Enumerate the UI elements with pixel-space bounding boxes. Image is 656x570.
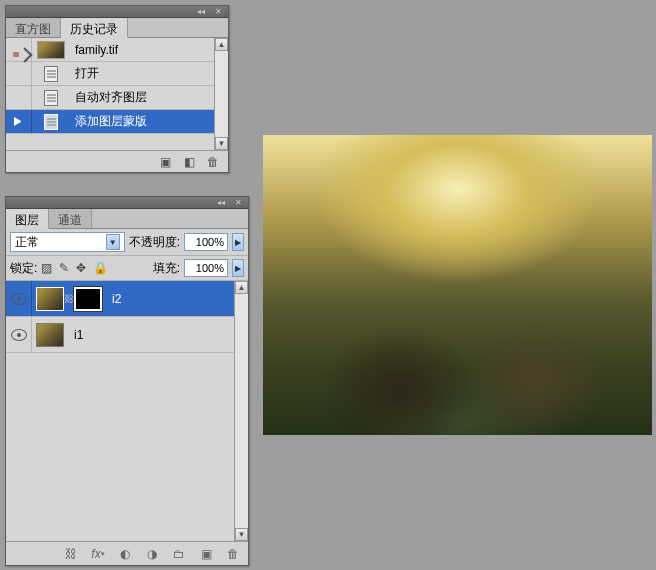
layers-tabs: 图层 通道 [6, 209, 248, 229]
step-icon [32, 86, 70, 109]
chevron-down-icon: ▼ [106, 234, 120, 250]
opacity-label: 不透明度: [129, 234, 180, 251]
history-snapshot-row[interactable]: family.tif [6, 38, 228, 62]
step-label: 自动对齐图层 [70, 89, 228, 106]
collapse-icon[interactable]: ◂◂ [194, 7, 208, 16]
layer-name[interactable]: i1 [68, 328, 83, 342]
step-icon [32, 62, 70, 85]
mask-link-icon[interactable]: ⛓ [65, 289, 73, 309]
fill-input[interactable]: 100% [184, 259, 228, 277]
history-body: family.tif 打开 自动对齐图层 添加图层蒙版 ▲ ▼ [6, 38, 228, 150]
step-label: 打开 [70, 65, 228, 82]
tab-history[interactable]: 历史记录 [61, 18, 128, 38]
history-source-marker[interactable] [6, 38, 32, 61]
current-step-marker[interactable] [6, 110, 32, 133]
lock-position-icon[interactable]: ✥ [76, 261, 86, 275]
history-step[interactable]: 自动对齐图层 [6, 86, 228, 110]
scroll-up-icon[interactable]: ▲ [215, 38, 228, 51]
link-layers-icon[interactable]: ⛓ [64, 547, 78, 561]
tab-histogram[interactable]: 直方图 [6, 18, 61, 37]
scroll-down-icon[interactable]: ▼ [215, 137, 228, 150]
history-step[interactable]: 打开 [6, 62, 228, 86]
history-tabs: 直方图 历史记录 [6, 18, 228, 38]
lock-buttons: ▨ ✎ ✥ 🔒 [41, 261, 108, 275]
canvas-image[interactable] [263, 135, 652, 435]
scroll-down-icon[interactable]: ▼ [235, 528, 248, 541]
layers-scrollbar[interactable]: ▲ ▼ [234, 281, 248, 541]
lock-label: 锁定: [10, 260, 37, 277]
new-snapshot-icon[interactable]: ◧ [182, 155, 196, 169]
lock-fill-row: 锁定: ▨ ✎ ✥ 🔒 填充: 100% ▶ [6, 256, 248, 281]
history-footer: ▣ ◧ 🗑 [6, 150, 228, 172]
tab-channels[interactable]: 通道 [49, 209, 92, 228]
fill-label: 填充: [153, 260, 180, 277]
snapshot-name: family.tif [70, 43, 228, 57]
history-panel: ◂◂ ✕ 直方图 历史记录 family.tif 打开 自动对齐图层 添加图层蒙… [5, 5, 229, 173]
fill-flyout-icon[interactable]: ▶ [232, 259, 244, 277]
eye-icon [11, 293, 27, 305]
delete-layer-icon[interactable]: 🗑 [226, 547, 240, 561]
history-source-col[interactable] [6, 86, 32, 109]
scroll-up-icon[interactable]: ▲ [235, 281, 248, 294]
step-label: 添加图层蒙版 [70, 113, 228, 130]
layer-thumbnail[interactable] [36, 287, 64, 311]
blend-mode-value: 正常 [15, 234, 39, 251]
panel-titlebar: ◂◂ ✕ [6, 197, 248, 209]
layer-row[interactable]: ⛓ i2 [6, 281, 248, 317]
blend-opacity-row: 正常 ▼ 不透明度: 100% ▶ [6, 229, 248, 256]
delete-icon[interactable]: 🗑 [206, 155, 220, 169]
layer-thumbnail[interactable] [36, 323, 64, 347]
history-source-col[interactable] [6, 62, 32, 85]
blend-mode-dropdown[interactable]: 正常 ▼ [10, 232, 125, 252]
close-icon[interactable]: ✕ [231, 198, 245, 207]
opacity-flyout-icon[interactable]: ▶ [232, 233, 244, 251]
visibility-toggle[interactable] [6, 281, 32, 316]
layer-thumbs: ⛓ [32, 287, 106, 311]
layer-thumbs [32, 323, 68, 347]
layer-mask-thumbnail[interactable] [74, 287, 102, 311]
add-mask-icon[interactable]: ◐ [118, 547, 132, 561]
lock-transparency-icon[interactable]: ▨ [41, 261, 52, 275]
close-icon[interactable]: ✕ [211, 7, 225, 16]
layer-row[interactable]: i1 [6, 317, 248, 353]
brush-icon [11, 42, 27, 58]
new-layer-icon[interactable]: ▣ [199, 547, 213, 561]
history-scrollbar[interactable]: ▲ ▼ [214, 38, 228, 150]
layer-name[interactable]: i2 [106, 292, 121, 306]
new-document-icon[interactable]: ▣ [158, 155, 172, 169]
layer-style-icon[interactable]: fx▾ [91, 547, 105, 561]
eye-icon [11, 329, 27, 341]
opacity-input[interactable]: 100% [184, 233, 228, 251]
layers-footer: ⛓ fx▾ ◐ ◑ 🗀 ▣ 🗑 [6, 541, 248, 565]
new-adjustment-icon[interactable]: ◑ [145, 547, 159, 561]
step-icon [32, 110, 70, 133]
lock-pixels-icon[interactable]: ✎ [59, 261, 69, 275]
panel-titlebar: ◂◂ ✕ [6, 6, 228, 18]
visibility-toggle[interactable] [6, 317, 32, 352]
history-step-selected[interactable]: 添加图层蒙版 [6, 110, 228, 134]
tab-layers[interactable]: 图层 [6, 209, 49, 229]
lock-all-icon[interactable]: 🔒 [93, 261, 108, 275]
new-group-icon[interactable]: 🗀 [172, 547, 186, 561]
snapshot-thumb [32, 38, 70, 61]
layers-panel: ◂◂ ✕ 图层 通道 正常 ▼ 不透明度: 100% ▶ 锁定: ▨ ✎ ✥ 🔒… [5, 196, 249, 566]
layers-list: ⛓ i2 i1 ▲ ▼ [6, 281, 248, 541]
collapse-icon[interactable]: ◂◂ [214, 198, 228, 207]
